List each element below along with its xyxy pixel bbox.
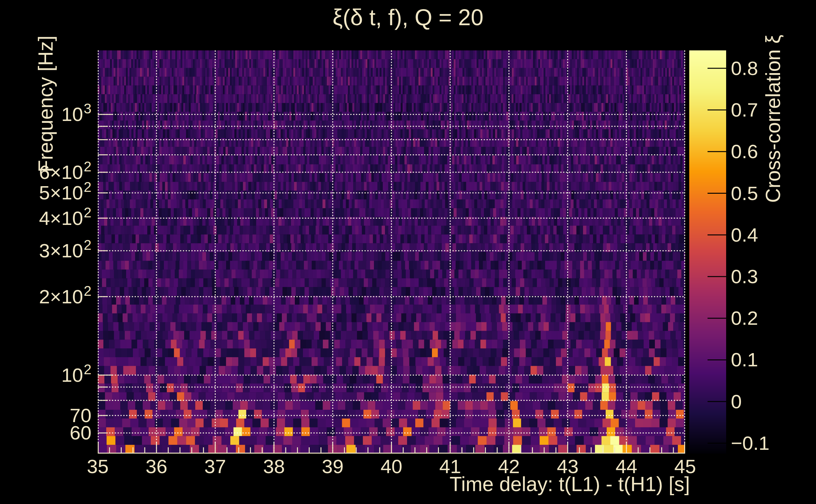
x-tick-label: 41	[439, 457, 461, 476]
y-tick-label: 4×102	[39, 209, 91, 228]
x-tick-label: 38	[263, 457, 285, 476]
y-tick-label: 5×102	[39, 183, 91, 203]
y-tick-label: 2×102	[39, 287, 91, 306]
y-tick-label: 103	[61, 105, 91, 124]
x-tick-label: 43	[557, 457, 578, 476]
colorbar-tick-label: 0.7	[731, 100, 758, 120]
figure-canvas: ξ(δ t, f), Q = 20 Time delay: t(L1) - t(…	[0, 0, 816, 504]
spectrogram-heatmap	[98, 50, 685, 454]
x-tick-label: 44	[616, 457, 637, 476]
x-tick-label: 37	[204, 457, 226, 476]
colorbar-tick-label: 0.2	[731, 308, 758, 328]
colorbar-tick-label: 0.8	[731, 59, 758, 78]
colorbar-tick-label: 0.5	[731, 184, 758, 203]
y-tick-label: 102	[61, 365, 91, 385]
x-tick-label: 40	[381, 457, 402, 476]
y-axis-title: Frequency [Hz]	[36, 36, 56, 172]
y-tick-label: 3×102	[39, 241, 91, 261]
x-tick-label: 36	[146, 457, 167, 476]
colorbar-title: Cross-correlation ξ	[763, 35, 783, 203]
y-tick-label: 60	[70, 423, 91, 443]
plot-title: ξ(δ t, f), Q = 20	[0, 5, 816, 30]
colorbar-tick-label: 0.3	[731, 267, 758, 286]
colorbar-tick-label: 0.1	[731, 350, 758, 369]
x-tick-label: 42	[498, 457, 520, 476]
colorbar-tick-label: 0	[731, 392, 742, 411]
colorbar-gradient	[689, 50, 726, 454]
colorbar-tick-label: 0.6	[731, 142, 758, 161]
colorbar-tick-label: −0.1	[731, 433, 769, 453]
colorbar-tick-label: 0.4	[731, 225, 758, 245]
x-tick-label: 35	[87, 457, 109, 476]
x-tick-label: 45	[675, 457, 696, 476]
x-tick-label: 39	[322, 457, 344, 476]
